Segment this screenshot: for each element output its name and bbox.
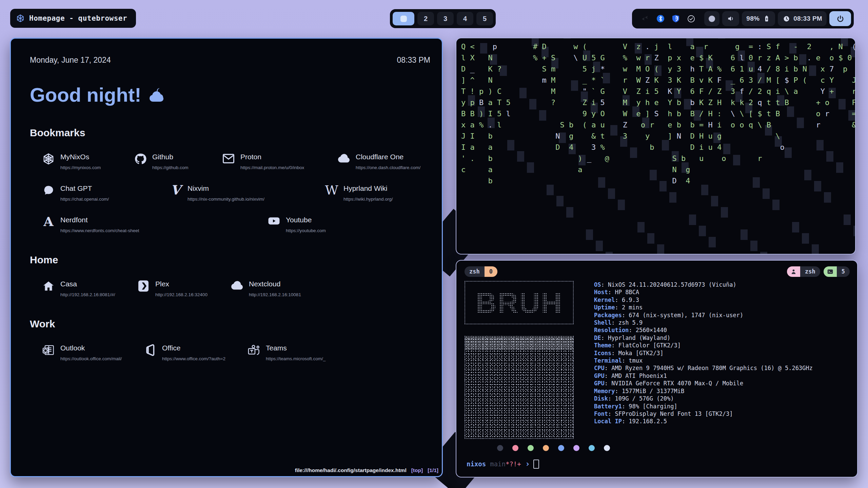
fetch-info-line: Battery1: 98% [Charging] <box>594 403 813 410</box>
bookmark-url: https://nix-community.github.io/nixvim/ <box>188 197 264 202</box>
palette-color-dot <box>512 445 518 451</box>
bookmark-row: Chat GPThttps://chat.openai.com/VNixvimh… <box>30 184 430 202</box>
bookmark-item-teams[interactable]: Teamshttps://teams.microsoft.com/_ <box>248 344 326 361</box>
greeting-text: Good night! <box>30 83 141 106</box>
bookmark-item-nerdfont[interactable]: ANerdfonthttps://www.nerdfonts.com/cheat… <box>42 216 268 233</box>
bookmark-url: https://mynixos.com <box>60 165 101 170</box>
qutebrowser-statusbar: file:///home/hadi/.config/startpage/inde… <box>11 466 442 476</box>
bookmark-title: Nixvim <box>188 184 264 192</box>
bookmark-url: https://youtube.com <box>286 228 326 233</box>
bookmark-item-chat-gpt[interactable]: Chat GPThttps://chat.openai.com/ <box>42 184 169 202</box>
bookmark-item-nextcloud[interactable]: Nextcloudhttp://192.168.2.16:10081 <box>231 280 301 297</box>
bruh-title: BRUH <box>476 286 563 320</box>
bookmark-title: Plex <box>155 280 208 288</box>
nix-snowflake-icon <box>42 153 55 166</box>
section-title-home: Home <box>30 254 430 266</box>
fetch-terminal-window: zsh 0 zsh5 BRUH OS: NixOS 24.11.20240612… <box>456 260 858 477</box>
palette-color-dot <box>589 445 595 451</box>
bookmark-title: Hyprland Wiki <box>343 184 393 192</box>
office-icon <box>144 344 157 357</box>
power-icon <box>836 15 844 23</box>
workspace-button-3[interactable]: 3 <box>437 12 454 25</box>
workspace-button-1[interactable] <box>393 12 414 25</box>
bookmark-url: https://wiki.hyprland.org/ <box>343 197 393 202</box>
section-title-bookmarks: Bookmarks <box>30 127 430 139</box>
check-circle-icon[interactable] <box>687 15 695 23</box>
plex-icon <box>137 280 150 293</box>
fetch-info-line: Terminal: tmux <box>594 357 813 364</box>
fetch-info-line: GPU: AMD ATI Phoenix1 <box>594 372 813 380</box>
mail-icon <box>222 153 235 166</box>
bookmark-item-nixvim[interactable]: VNixvimhttps://nix-community.github.io/n… <box>169 184 325 202</box>
bookmark-row: ANerdfonthttps://www.nerdfonts.com/cheat… <box>30 216 430 233</box>
bookmark-title: Outlook <box>60 344 122 352</box>
bookmark-row: Casahttp://192.168.2.16:8081/#/Plexhttp:… <box>30 280 430 297</box>
tmux-status-pill: zsh <box>787 266 820 277</box>
bookmark-item-casa[interactable]: Casahttp://192.168.2.16:8081/#/ <box>42 280 137 297</box>
shell-prompt: nixos main*?!+ › <box>467 459 539 469</box>
bookmark-item-plex[interactable]: Plexhttp://192.168.2.16:32400 <box>137 280 231 297</box>
letter-v-icon: V <box>169 184 182 197</box>
bookmark-url: https://www.office.com/?auth=2 <box>162 356 225 361</box>
idle-indicator-pill[interactable] <box>704 11 719 26</box>
bookmark-title: Office <box>162 344 225 352</box>
bookmark-item-youtube[interactable]: Youtubehttps://youtube.com <box>268 216 326 233</box>
bookmark-item-office[interactable]: Officehttps://www.office.com/?auth=2 <box>144 344 248 361</box>
link-indicator-icon[interactable] <box>641 15 649 23</box>
fetch-info-line: Shell: zsh 5.9 <box>594 319 813 326</box>
cloud-icon <box>337 153 350 166</box>
palette-color-dot <box>573 445 579 451</box>
workspace-button-2[interactable]: 2 <box>417 12 434 25</box>
workspace-button-4[interactable]: 4 <box>457 12 473 25</box>
bookmark-item-cloudflare-one[interactable]: Cloudflare Onehttps://one.dash.cloudflar… <box>337 153 420 170</box>
workspace-button-5[interactable]: 5 <box>476 12 493 25</box>
bookmark-row: Outlookhttps://outlook.office.com/mail/O… <box>30 344 430 361</box>
prompt-symbol: › <box>525 459 530 469</box>
bookmark-item-hyprland-wiki[interactable]: WHyprland Wikihttps://wiki.hyprland.org/ <box>325 184 393 202</box>
bookmark-url: https://outlook.office.com/mail/ <box>60 356 122 361</box>
active-window-title-pill: Homepage - qutebrowser <box>10 9 136 28</box>
bookmark-url: https://mail.proton.me/u/0/inbox <box>240 165 304 170</box>
bookmark-item-outlook[interactable]: Outlookhttps://outlook.office.com/mail/ <box>42 344 144 361</box>
battery-charging-icon <box>763 15 771 23</box>
git-branch: main*?!+ <box>490 460 521 468</box>
volume-pill[interactable] <box>722 11 739 26</box>
fetch-info-line: Disk: 109G / 576G (20%) <box>594 395 813 402</box>
bookmark-title: Youtube <box>286 216 326 224</box>
tmux-session-pill: zsh 0 <box>465 266 497 277</box>
status-dot-icon <box>709 16 715 22</box>
clock-time: 08:33 PM <box>793 15 822 22</box>
tmux-status-pill: 5 <box>824 266 850 277</box>
terminal-color-palette <box>497 445 852 451</box>
bookmark-item-proton[interactable]: Protonhttps://mail.proton.me/u/0/inbox <box>222 153 337 170</box>
terminal-cursor[interactable] <box>533 460 539 469</box>
bookmark-title: Nextcloud <box>249 280 301 288</box>
bookmark-url: http://192.168.2.16:10081 <box>249 292 301 297</box>
power-button[interactable] <box>829 11 851 26</box>
tmux-statusbar: zsh 0 zsh5 <box>465 266 850 277</box>
palette-color-dot <box>604 445 610 451</box>
fetch-info-line: Theme: FlatColor [GTK2/3] <box>594 342 813 349</box>
battery-pill[interactable]: 98% <box>742 11 775 26</box>
bookmark-url: https://teams.microsoft.com/_ <box>266 356 326 361</box>
nix-snowflake-icon <box>16 14 24 22</box>
cloud-icon <box>231 280 243 293</box>
bookmark-url: https://github.com <box>152 165 189 170</box>
bookmark-title: Teams <box>266 344 326 352</box>
shield-icon[interactable] <box>672 15 680 23</box>
bookmark-title: Github <box>152 153 189 161</box>
statusbar-scroll-position: [top] <box>411 467 423 473</box>
house-icon <box>42 280 55 293</box>
matrix-rain-text: Q < p # D w ( V z . j l a r g = : S f - … <box>461 41 856 186</box>
bluetooth-icon[interactable] <box>656 15 665 23</box>
bookmark-title: Chat GPT <box>60 184 109 192</box>
bookmark-url: https://www.nerdfonts.com/cheat-sheet <box>60 228 139 233</box>
clock-pill[interactable]: 08:33 PM <box>778 11 827 26</box>
palette-color-dot <box>497 445 503 451</box>
statusbar-url: file:///home/hadi/.config/startpage/inde… <box>295 467 407 473</box>
bookmark-item-mynixos[interactable]: MyNixOshttps://mynixos.com <box>42 153 134 170</box>
bookmark-title: Casa <box>60 280 115 288</box>
bookmark-item-github[interactable]: Githubhttps://github.com <box>134 153 222 170</box>
bookmark-title: Proton <box>240 153 304 161</box>
tmux-right-status: zsh5 <box>787 266 850 277</box>
